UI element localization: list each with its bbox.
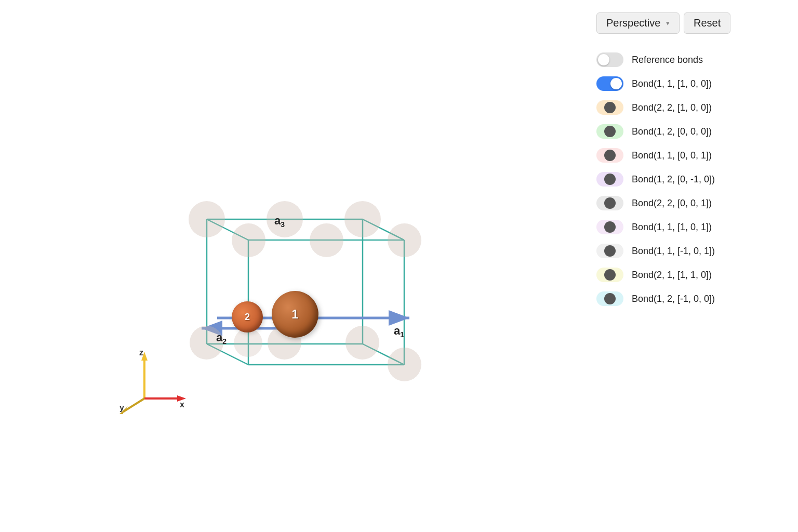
- ghost-atom: [388, 348, 421, 381]
- axis-svg: z x y: [118, 349, 186, 417]
- legend-item-bond-1-2-0-10: Bond(1, 2, [0, -1, 0]): [596, 168, 781, 191]
- legend-label-bond-2-2-001: Bond(2, 2, [0, 0, 1]): [632, 198, 712, 209]
- legend-label-bond-2-1-110: Bond(2, 1, [1, 1, 0]): [632, 270, 712, 281]
- color-dot-bond-2-2-001: [604, 197, 616, 209]
- legend-item-reference-bonds: Reference bonds: [596, 48, 781, 71]
- color-dot-bond-1-1-001: [604, 150, 616, 161]
- color-dot-bond-1-2-0-10: [604, 174, 616, 185]
- right-panel: Perspective ▾ Reset Reference bondsBond(…: [580, 0, 798, 532]
- color-dot-bond-1-2-m100: [604, 293, 616, 304]
- legend-item-bond-2-1-110: Bond(2, 1, [1, 1, 0]): [596, 263, 781, 286]
- ghost-atom: [310, 223, 343, 257]
- perspective-label: Perspective: [606, 17, 661, 29]
- svg-text:z: z: [139, 349, 143, 357]
- legend-label-bond-1-1-101: Bond(1, 1, [1, 0, 1]): [632, 222, 712, 233]
- ghost-atom: [232, 223, 265, 257]
- atom-1: 1: [272, 291, 318, 338]
- chevron-down-icon: ▾: [666, 19, 670, 27]
- legend-item-bond-1-1-m101: Bond(1, 1, [-1, 0, 1]): [596, 240, 781, 262]
- legend-item-bond-1-2-m100: Bond(1, 2, [-1, 0, 0]): [596, 287, 781, 310]
- toggle-bond-1-2-0-10[interactable]: [596, 172, 623, 187]
- color-dot-bond-1-1-101: [604, 221, 616, 233]
- color-dot-bond-2-1-110: [604, 269, 616, 281]
- a2-label: a2: [216, 331, 227, 345]
- ghost-atom: [234, 328, 262, 357]
- legend-label-bond-1-2-m100: Bond(1, 2, [-1, 0, 0]): [632, 294, 715, 304]
- a1-label: a1: [394, 324, 404, 339]
- a3-label: a3: [274, 214, 285, 229]
- toggle-reference-bonds[interactable]: [596, 52, 623, 67]
- ghost-atom: [189, 201, 225, 237]
- ghost-atom: [344, 201, 381, 237]
- axis-indicator: z x y: [118, 349, 181, 411]
- toggle-bond-2-1-110[interactable]: [596, 268, 623, 282]
- legend-label-bond-2-2-100: Bond(2, 2, [1, 0, 0]): [632, 102, 712, 113]
- legend-label-reference-bonds: Reference bonds: [632, 55, 703, 65]
- toggle-bond-1-2-m100[interactable]: [596, 291, 623, 306]
- legend-item-bond-1-1-001: Bond(1, 1, [0, 0, 1]): [596, 144, 781, 167]
- reset-button[interactable]: Reset: [684, 12, 730, 34]
- toggle-bond-2-2-001[interactable]: [596, 196, 623, 210]
- toggle-bond-1-1-001[interactable]: [596, 148, 623, 163]
- svg-text:y: y: [119, 403, 124, 412]
- ghost-atom: [388, 223, 421, 257]
- legend-label-bond-1-1-m101: Bond(1, 1, [-1, 0, 1]): [632, 246, 715, 257]
- color-dot-bond-1-2-000: [604, 126, 616, 137]
- toggle-bond-1-2-000[interactable]: [596, 124, 623, 139]
- legend-label-bond-1-1-001: Bond(1, 1, [0, 0, 1]): [632, 150, 712, 161]
- scene-container: 2 1 a3 a2 a1 z: [87, 89, 493, 443]
- toolbar: Perspective ▾ Reset: [596, 12, 781, 34]
- atom-2: 2: [232, 301, 263, 332]
- legend-item-bond-2-2-100: Bond(2, 2, [1, 0, 0]): [596, 96, 781, 119]
- toggle-bond-1-1-100[interactable]: [596, 76, 623, 91]
- reset-label: Reset: [694, 17, 721, 29]
- legend-label-bond-1-2-0-10: Bond(1, 2, [0, -1, 0]): [632, 174, 715, 185]
- legend-list: Reference bondsBond(1, 1, [1, 0, 0])Bond…: [596, 48, 781, 310]
- legend-label-bond-1-2-000: Bond(1, 2, [0, 0, 0]): [632, 126, 712, 137]
- legend-label-bond-1-1-100: Bond(1, 1, [1, 0, 0]): [632, 78, 712, 89]
- toggle-bond-1-1-m101[interactable]: [596, 244, 623, 258]
- legend-item-bond-1-1-101: Bond(1, 1, [1, 0, 1]): [596, 216, 781, 238]
- ghost-atom: [345, 326, 379, 360]
- perspective-button[interactable]: Perspective ▾: [596, 12, 680, 34]
- legend-item-bond-2-2-001: Bond(2, 2, [0, 0, 1]): [596, 192, 781, 215]
- svg-line-20: [124, 398, 144, 411]
- toggle-bond-1-1-101[interactable]: [596, 220, 623, 234]
- svg-text:x: x: [180, 400, 184, 409]
- viewport: 2 1 a3 a2 a1 z: [0, 0, 580, 532]
- color-dot-bond-1-1-m101: [604, 245, 616, 257]
- color-dot-bond-2-2-100: [604, 102, 616, 113]
- main-container: 2 1 a3 a2 a1 z: [0, 0, 798, 532]
- legend-item-bond-1-1-100: Bond(1, 1, [1, 0, 0]): [596, 72, 781, 95]
- toggle-bond-2-2-100[interactable]: [596, 100, 623, 115]
- legend-item-bond-1-2-000: Bond(1, 2, [0, 0, 0]): [596, 120, 781, 143]
